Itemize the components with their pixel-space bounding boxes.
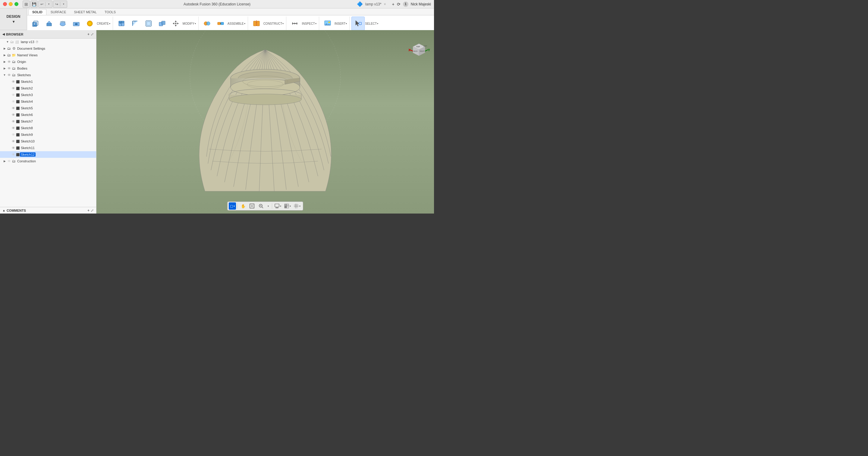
tree-sketches[interactable]: 👁 🗂 Sketches	[0, 72, 96, 78]
tab-solid[interactable]: SOLID	[28, 9, 46, 15]
svg-marker-19	[173, 23, 174, 24]
fit-screen-button[interactable]	[248, 202, 256, 209]
sketch11-eye-icon[interactable]: 👁	[11, 146, 16, 150]
tree-root[interactable]: 🗂 ⬜ lamp v13 ⏱	[0, 38, 96, 45]
hole-button[interactable]	[70, 17, 83, 30]
tab-surface[interactable]: SURFACE	[47, 9, 70, 15]
maximize-window-button[interactable]	[14, 2, 19, 6]
move-button[interactable]	[169, 17, 182, 30]
revolve-button[interactable]	[56, 17, 69, 30]
named-views-folder-icon: 🗂	[7, 53, 11, 57]
new-component-button[interactable]: +	[29, 17, 42, 30]
tree-sketch12[interactable]: 👁 ⬛ Sketch12	[0, 151, 96, 158]
inspect-label[interactable]: INSPECT▾	[302, 22, 316, 25]
sketches-folder-icon: 🗂	[11, 73, 16, 77]
browser-add-button[interactable]: +	[87, 32, 90, 36]
svg-line-64	[262, 207, 263, 208]
visual-style-dropdown[interactable]: ▾	[283, 202, 292, 209]
select-button[interactable]	[351, 17, 365, 30]
construction-label: Construction	[17, 159, 36, 163]
add-tab-button[interactable]: +	[392, 2, 394, 7]
tree-sketch8[interactable]: 👁 ⬛ Sketch8	[0, 125, 96, 131]
tree-origin[interactable]: 👁 🗂 Origin	[0, 58, 96, 65]
viewcube[interactable]: X Y TOP RIGHT BACK LEFT	[407, 33, 431, 57]
joint2-button[interactable]	[214, 17, 227, 30]
assemble-label[interactable]: ASSEMBLE▾	[227, 22, 245, 25]
midplane-button[interactable]	[250, 17, 263, 30]
minimize-window-button[interactable]	[9, 2, 13, 6]
sketch7-icon: ⬛	[16, 119, 20, 124]
menu-grid-button[interactable]: ⊞	[23, 1, 30, 7]
viewport[interactable]: X Y TOP RIGHT BACK LEFT	[96, 30, 434, 214]
extrude-button[interactable]	[42, 17, 56, 30]
tree-sketch10[interactable]: 👁 ⬛ Sketch10	[0, 138, 96, 144]
tree-document-settings[interactable]: 🗂 ⚙ Document Settings	[0, 45, 96, 52]
create-label[interactable]: CREATE▾	[97, 22, 110, 25]
sidebar-collapse-button[interactable]: ◀	[2, 33, 5, 36]
insert-image-button[interactable]	[321, 17, 334, 30]
sketch10-eye-icon[interactable]: 👁	[11, 139, 16, 143]
sketch2-eye-icon[interactable]: 👁	[11, 86, 16, 90]
select-mode-dropdown[interactable]: ▢ ▾	[229, 202, 236, 209]
tree-sketch9[interactable]: 👁 ⬛ Sketch9	[0, 131, 96, 138]
tree-sketch11[interactable]: 👁 ⬛ Sketch11	[0, 144, 96, 151]
redo-dropdown-button[interactable]: ▾	[60, 1, 67, 7]
sketch6-eye-icon[interactable]: 👁	[11, 112, 16, 117]
design-mode-button[interactable]: DESIGN ▾	[0, 8, 27, 30]
undo-dropdown-button[interactable]: ▾	[45, 1, 52, 7]
tree-sketch2[interactable]: 👁 ⬛ Sketch2	[0, 85, 96, 92]
sketch8-eye-icon[interactable]: 👁	[11, 126, 16, 130]
origin-label: Origin	[17, 60, 26, 64]
comments-expand-button[interactable]: ▲	[2, 209, 5, 212]
notification-badge[interactable]: 1	[403, 1, 408, 7]
tree-named-views[interactable]: 🗂 📁 Named Views	[0, 52, 96, 58]
sketch8-label: Sketch8	[21, 126, 33, 130]
tree-bodies[interactable]: 👁 🗂 Bodies	[0, 65, 96, 72]
sketch7-eye-icon[interactable]: 👁	[11, 119, 16, 124]
comments-expand2-button[interactable]: ⤢	[91, 208, 94, 213]
sketches-eye-icon[interactable]: 👁	[7, 73, 11, 77]
pan-button[interactable]: ✋	[239, 202, 247, 209]
combine-button[interactable]	[156, 17, 169, 30]
modify-label[interactable]: MODIFY▾	[183, 22, 196, 25]
select-label[interactable]: SELECT▾	[365, 22, 378, 25]
close-window-button[interactable]	[3, 2, 7, 6]
undo-button[interactable]: ↩	[38, 1, 45, 7]
display-settings-dropdown[interactable]: ▾	[273, 202, 282, 209]
measure-button[interactable]	[288, 17, 301, 30]
tree-sketch4[interactable]: 👁 ⬛ Sketch4	[0, 98, 96, 105]
zoom-button[interactable]	[257, 202, 265, 209]
bodies-eye-icon[interactable]: 👁	[7, 66, 11, 70]
svg-point-36	[328, 22, 330, 23]
refresh-icon[interactable]: ⟳	[397, 2, 401, 7]
comments-add-button[interactable]: +	[87, 208, 90, 213]
insert-label[interactable]: INSERT▾	[335, 22, 347, 25]
tree-sketch5[interactable]: 👁 ⬛ Sketch5	[0, 105, 96, 111]
root-history-icon: ⏱	[36, 40, 38, 44]
construct-label[interactable]: CONSTRUCT▾	[264, 22, 284, 25]
redo-button[interactable]: ↪	[53, 1, 60, 7]
tree-sketch1[interactable]: 👁 ⬛ Sketch1	[0, 78, 96, 85]
tab-sheet-metal[interactable]: SHEET METAL	[70, 9, 100, 15]
fillet-button[interactable]	[128, 17, 142, 30]
joint-button[interactable]	[200, 17, 214, 30]
shell-button[interactable]	[142, 17, 155, 30]
grid-dropdown[interactable]: ▾	[293, 202, 302, 209]
zoom-dropdown-button[interactable]: ▾	[266, 202, 271, 209]
origin-eye-icon[interactable]: 👁	[7, 60, 11, 64]
tree-sketch3[interactable]: 👁 ⬛ Sketch3	[0, 92, 96, 98]
browser-expand-button[interactable]: ⤢	[91, 32, 94, 36]
press-pull-button[interactable]	[115, 17, 128, 30]
sketch5-eye-icon[interactable]: 👁	[11, 106, 16, 110]
tab-tools[interactable]: TOOLS	[101, 9, 119, 15]
construct-group: CONSTRUCT▾	[250, 17, 287, 30]
sphere-button[interactable]	[83, 17, 96, 30]
sketch11-label: Sketch11	[21, 146, 35, 150]
save-button[interactable]: 💾	[31, 1, 37, 7]
sketch1-eye-icon[interactable]: 👁	[11, 79, 16, 84]
tree-sketch6[interactable]: 👁 ⬛ Sketch6	[0, 111, 96, 118]
tree-construction[interactable]: 👁 🗂 Construction	[0, 158, 96, 164]
tree-sketch7[interactable]: 👁 ⬛ Sketch7	[0, 118, 96, 125]
tab-close-button[interactable]: ×	[384, 2, 386, 6]
svg-rect-70	[287, 204, 289, 206]
